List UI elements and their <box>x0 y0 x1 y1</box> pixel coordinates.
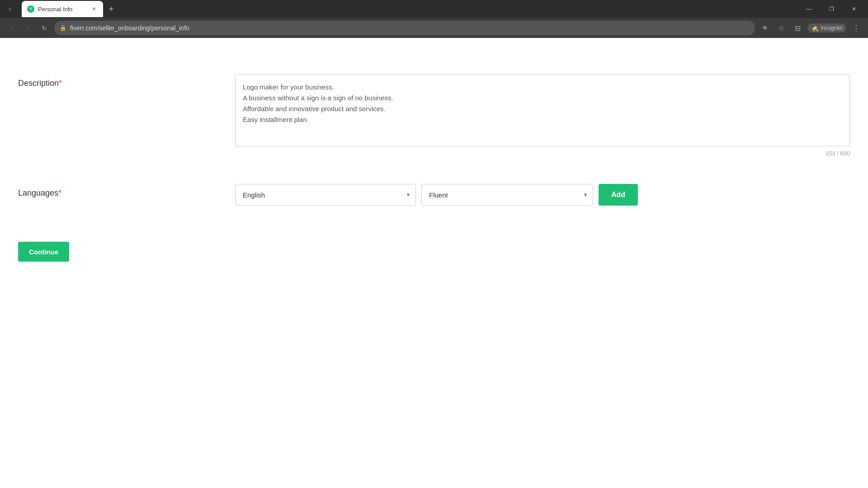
continue-button[interactable]: Continue <box>18 242 69 262</box>
title-bar: ‹ f Personal Info ✕ + — ❐ ✕ <box>0 0 868 18</box>
window-controls: — ❐ ✕ <box>798 0 864 18</box>
language-select[interactable]: English Spanish French German Chinese Ja… <box>235 184 416 206</box>
tab-favicon: f <box>27 5 34 13</box>
char-count: 153 / 600 <box>235 150 850 157</box>
tab-bar: f Personal Info ✕ + <box>18 1 797 17</box>
forward-button[interactable]: › <box>22 22 34 34</box>
language-wrapper: English Spanish French German Chinese Ja… <box>235 184 850 206</box>
url-text: fiverr.com/seller_onboarding/personal_in… <box>70 24 750 32</box>
page-content: Description* Logo maker for your busines… <box>0 38 868 472</box>
description-required-star: * <box>59 79 62 88</box>
description-label: Description* <box>18 74 235 88</box>
incognito-badge: 🕵 Incognito <box>807 23 846 33</box>
address-bar[interactable]: 🔒 fiverr.com/seller_onboarding/personal_… <box>54 21 755 35</box>
proficiency-select-wrapper: Basic Conversational Fluent Native/Bilin… <box>421 184 593 206</box>
incognito-label: Incognito <box>821 25 843 31</box>
incognito-icon: 🕵 <box>811 24 819 32</box>
minimize-button[interactable]: — <box>798 0 819 18</box>
browser-controls: ‹ › ↻ 🔒 fiverr.com/seller_onboarding/per… <box>0 18 868 38</box>
menu-button[interactable]: ⋮ <box>850 22 863 34</box>
reload-button[interactable]: ↻ <box>38 22 51 34</box>
back-button[interactable]: ‹ <box>5 22 18 34</box>
maximize-button[interactable]: ❐ <box>821 0 842 18</box>
languages-label: Languages* <box>18 184 235 198</box>
proficiency-select[interactable]: Basic Conversational Fluent Native/Bilin… <box>421 184 593 206</box>
tab-close-button[interactable]: ✕ <box>90 5 98 13</box>
browser-chrome: ‹ f Personal Info ✕ + — ❐ ✕ ‹ › ↻ 🔒 five… <box>0 0 868 38</box>
bookmark-icon[interactable]: ☆ <box>775 22 788 34</box>
eye-slash-icon[interactable]: 👁 <box>759 22 771 34</box>
tab-nav-back[interactable]: ‹ <box>4 3 16 15</box>
add-language-button[interactable]: Add <box>599 184 638 206</box>
sidebar-icon[interactable]: ⊟ <box>791 22 804 34</box>
tab-title: Personal Info <box>38 6 87 13</box>
description-field: Logo maker for your business. A business… <box>235 74 850 157</box>
description-textarea[interactable]: Logo maker for your business. A business… <box>235 74 850 146</box>
languages-required-star: * <box>58 188 61 197</box>
description-section: Description* Logo maker for your busines… <box>0 74 868 157</box>
browser-actions: 👁 ☆ ⊟ 🕵 Incognito ⋮ <box>759 22 863 34</box>
active-tab[interactable]: f Personal Info ✕ <box>22 1 103 17</box>
close-button[interactable]: ✕ <box>844 0 864 18</box>
lock-icon: 🔒 <box>60 25 66 31</box>
new-tab-button[interactable]: + <box>105 3 118 15</box>
languages-section: Languages* English Spanish French German… <box>0 184 868 206</box>
languages-field: English Spanish French German Chinese Ja… <box>235 184 850 206</box>
language-select-wrapper: English Spanish French German Chinese Ja… <box>235 184 416 206</box>
form-container: Description* Logo maker for your busines… <box>0 74 868 262</box>
